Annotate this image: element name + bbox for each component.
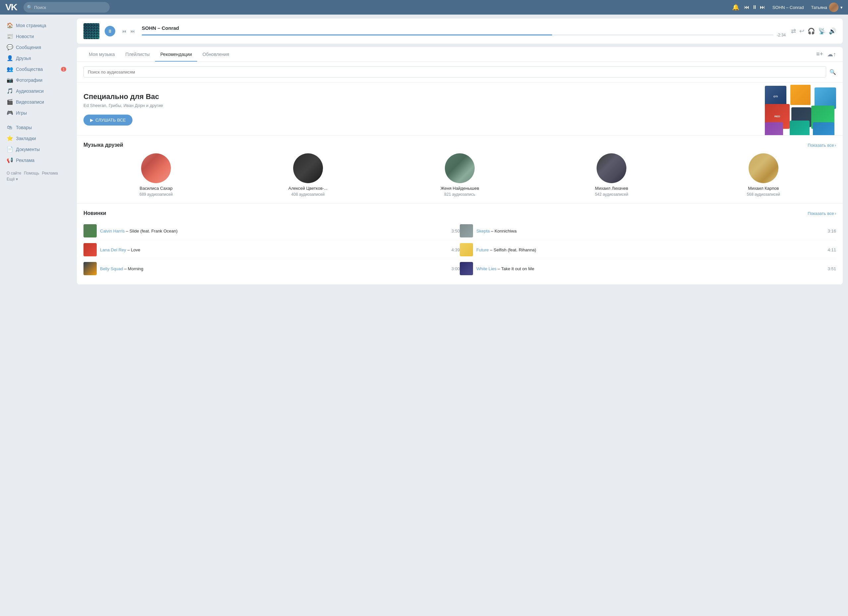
track-item-4[interactable]: Future – Selfish (feat. Rihanna) 4:11: [460, 240, 836, 259]
top-navigation: VK 🔍 🔔 ⏮ ⏸ ⏭ SOHN – Conrad Татьяна ▾: [0, 0, 848, 15]
sidebar-item-bookmarks[interactable]: ⭐ Закладки: [0, 133, 73, 144]
sidebar-label-messages: Сообщения: [16, 45, 41, 50]
player-progress-fill: [142, 34, 552, 36]
top-player-controls: ⏮ ⏸ ⏭: [744, 4, 765, 10]
vk-logo[interactable]: VK: [5, 2, 17, 13]
track-item-5[interactable]: White Lies – Take It out on Me 3:51: [460, 259, 836, 278]
track-artist-2[interactable]: Belly Squad: [100, 266, 123, 271]
avatar-image: [829, 3, 838, 12]
player-next-button[interactable]: ⏭: [129, 28, 136, 34]
upload-button[interactable]: ☁↑: [827, 51, 836, 58]
friend-count-2: 821 аудиозапись: [444, 192, 475, 197]
sidebar-item-video[interactable]: 🎬 Видеозаписи: [0, 96, 73, 107]
friends-section-title: Музыка друзей: [83, 142, 123, 148]
audio-icon: 🎵: [7, 88, 13, 94]
sidebar-item-games[interactable]: 🎮 Игры: [0, 107, 73, 118]
track-thumb-1: [83, 243, 97, 256]
music-search-button[interactable]: 🔍: [829, 69, 836, 75]
top-dropdown-icon: ▾: [841, 5, 843, 10]
friend-item-1[interactable]: Алексей Цветков-... 408 аудиозаписей: [235, 153, 380, 197]
track-artist-3[interactable]: Skepta: [476, 228, 489, 234]
track-artist-4[interactable]: Future: [476, 247, 489, 252]
footer-about[interactable]: О сайте: [7, 171, 21, 176]
track-item-2[interactable]: Belly Squad – Morning 3:00: [83, 259, 460, 278]
search-wrap: 🔍: [24, 2, 110, 13]
music-tabs: Моя музыка Плейлисты Рекомендации Обновл…: [77, 47, 843, 62]
sidebar-item-communities[interactable]: 👥 Сообщества 1: [0, 64, 73, 74]
tab-updates[interactable]: Обновления: [197, 47, 234, 62]
reco-button-label: СЛУШАТЬ ВСЕ: [95, 118, 126, 123]
track-name-4: Future – Selfish (feat. Rihanna): [476, 247, 824, 252]
friends-show-all[interactable]: Показать все ›: [808, 143, 836, 148]
footer-ads[interactable]: Реклама: [42, 171, 58, 176]
top-next-button[interactable]: ⏭: [760, 4, 765, 10]
friend-item-2[interactable]: Женя Найденышев 821 аудиозапись: [387, 153, 532, 197]
friend-item-4[interactable]: Михаил Карпов 568 аудиозаписей: [691, 153, 836, 197]
reco-play-all-button[interactable]: ▶ СЛУШАТЬ ВСЕ: [83, 115, 132, 126]
music-search-input[interactable]: [83, 66, 826, 77]
reco-subtitle: Ed Sheeran, Грибы, Иван Дорн и другие: [83, 103, 836, 108]
tab-my-music[interactable]: Моя музыка: [83, 47, 120, 62]
tracks-left-col: Calvin Harris – Slide (feat. Frank Ocean…: [83, 222, 460, 278]
add-playlist-button[interactable]: ≡+: [816, 51, 823, 58]
player-cast-button[interactable]: 📡: [818, 28, 826, 35]
player-shuffle-button[interactable]: ⇄: [791, 28, 796, 35]
sidebar-item-docs[interactable]: 📄 Документы: [0, 144, 73, 155]
sidebar-label-my-page: Моя страница: [16, 23, 46, 28]
friend-avatar-1: [293, 153, 323, 183]
new-tracks-show-all[interactable]: Показать все ›: [808, 211, 836, 216]
track-duration-3: 3:16: [828, 228, 836, 234]
sidebar-item-photos[interactable]: 📷 Фотографии: [0, 74, 73, 86]
track-artist-0[interactable]: Calvin Harris: [100, 228, 125, 234]
sidebar-item-friends[interactable]: 👤 Друзья: [0, 53, 73, 64]
friend-count-1: 408 аудиозаписей: [291, 192, 325, 197]
friend-name-4: Михаил Карпов: [748, 186, 779, 191]
footer-help[interactable]: Помощь: [24, 171, 39, 176]
player-pause-button[interactable]: ⏸: [105, 26, 115, 36]
sidebar-item-market[interactable]: 🛍 Товары: [0, 122, 73, 133]
sidebar-item-ads[interactable]: 📢 Реклама: [0, 155, 73, 166]
sidebar-item-my-page[interactable]: 🏠 Моя страница: [0, 20, 73, 31]
player-repeat-button[interactable]: ↩: [799, 28, 804, 35]
player-extra-buttons: ⇄ ↩ 🎧 📡 🔊: [791, 28, 836, 35]
track-item-1[interactable]: Lana Del Rey – Love 4:39: [83, 240, 460, 259]
player-progress-bar[interactable]: [142, 34, 774, 36]
track-thumb-3: [460, 224, 473, 237]
track-item-3[interactable]: Skepta – Konnichiwa 3:16: [460, 222, 836, 240]
top-user-menu[interactable]: Татьяна ▾: [811, 3, 843, 12]
tab-recommendations[interactable]: Рекомендации: [155, 47, 197, 62]
home-icon: 🏠: [7, 22, 13, 28]
top-prev-button[interactable]: ⏮: [744, 4, 749, 10]
sidebar-item-news[interactable]: 📰 Новости: [0, 31, 73, 42]
bookmarks-icon: ⭐: [7, 135, 13, 141]
player-headphone-button[interactable]: 🎧: [808, 28, 815, 35]
footer-more[interactable]: Ещё ▾: [7, 177, 18, 182]
sidebar-label-photos: Фотографии: [16, 77, 42, 83]
friend-item-3[interactable]: Михаил Лихачев 542 аудиозаписей: [539, 153, 684, 197]
new-tracks-header: Новинки Показать все ›: [83, 210, 836, 216]
sidebar-label-communities: Сообщества: [16, 67, 43, 72]
top-pause-button[interactable]: ⏸: [752, 4, 757, 10]
tab-playlists[interactable]: Плейлисты: [120, 47, 155, 62]
sidebar-item-audio[interactable]: 🎵 Аудиозаписи: [0, 86, 73, 96]
friend-name-0: Василиса Сахар: [139, 186, 172, 191]
music-card: Моя музыка Плейлисты Рекомендации Обновл…: [77, 47, 843, 284]
sidebar-item-messages[interactable]: 💬 Сообщения: [0, 42, 73, 53]
notifications-bell[interactable]: 🔔: [732, 4, 739, 11]
friend-item-0[interactable]: Василиса Сахар 689 аудиозаписей: [83, 153, 228, 197]
sidebar-label-ads: Реклама: [16, 158, 34, 163]
track-duration-4: 4:11: [828, 247, 836, 252]
track-artist-1[interactable]: Lana Del Rey: [100, 247, 126, 252]
photos-icon: 📷: [7, 77, 13, 83]
sidebar: 🏠 Моя страница 📰 Новости 💬 Сообщения 👤 Д…: [0, 15, 73, 616]
track-thumb-5: [460, 262, 473, 275]
player-prev-button[interactable]: ⏮: [120, 28, 128, 34]
friends-music-section: Музыка друзей Показать все › Василиса Са…: [77, 135, 843, 204]
sidebar-label-audio: Аудиозаписи: [16, 89, 44, 94]
music-tab-actions: ≡+ ☁↑: [816, 51, 836, 58]
track-artist-5[interactable]: White Lies: [476, 266, 497, 271]
top-search-input[interactable]: [24, 2, 110, 13]
track-item-0[interactable]: Calvin Harris – Slide (feat. Frank Ocean…: [83, 222, 460, 240]
player-volume-button[interactable]: 🔊: [829, 28, 836, 35]
track-title-3: – Konnichiwa: [491, 228, 516, 234]
